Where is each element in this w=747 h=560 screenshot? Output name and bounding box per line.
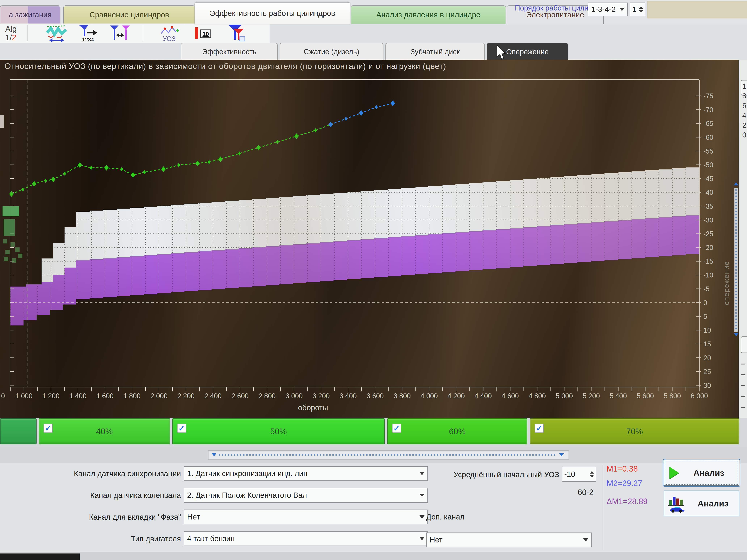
main-tab-label: Эффективность работы цилиндров [210,9,335,18]
spin-down-icon[interactable] [639,10,643,13]
extra-channel-dropdown[interactable]: Нет [426,533,592,547]
svg-text:0: 0 [703,299,707,306]
filter-compare-icon-button[interactable] [224,24,248,42]
scroll-down-icon[interactable] [734,333,739,336]
legend-item-50%[interactable]: ✓50% [172,418,385,445]
svg-text:УОЗ: УОЗ [163,35,176,42]
sub-tab-2[interactable]: Сжатие (дизель) [280,43,383,60]
right-edge-panel: 186420 [739,60,747,418]
legend-label: 50% [173,427,384,436]
scale-10-icon-button[interactable]: 10 [192,24,215,42]
dropdown-value: 2. Датчик Полож Коленчатого Вал [187,491,307,500]
avg-uoz-value: -10 [564,470,575,479]
chart-panel: Относительный УОЗ (по вертикали) в завис… [0,60,747,418]
markers-compare-icon [109,24,132,42]
legend-label: 40% [39,427,170,436]
hscroll-left-icon[interactable] [212,453,216,456]
analyze-run-label: Анализ [679,468,739,478]
measure-3: ΔM1=28.89 [607,497,647,506]
main-tab-2[interactable]: Сравнение цилиндров [63,5,195,24]
uoz-graph-icon-button[interactable]: УОЗ [159,24,183,42]
firing-order-dropdown[interactable]: 1-3-4-2 [588,3,628,16]
svg-text:2 000: 2 000 [150,392,168,400]
svg-text:-35: -35 [703,203,713,210]
svg-text:3 200: 3 200 [312,392,330,400]
legend-item-60%[interactable]: ✓60% [387,418,527,445]
measure-2: M2=29.27 [607,479,642,488]
main-tab-3[interactable]: Эффективность работы цилиндров [195,2,350,24]
edge-tick [741,385,745,386]
edge-tick [741,364,745,365]
chevron-down-icon [419,537,424,540]
svg-text:2 800: 2 800 [258,392,276,400]
svg-text:1 200: 1 200 [42,392,59,400]
form-label-2: Канал датчика коленвала [7,491,181,500]
sub-tab-label: Сжатие (дизель) [304,48,359,56]
form-dropdown-4[interactable]: 4 такт бензин [184,531,428,546]
svg-text:5 800: 5 800 [664,392,681,400]
svg-text:10: 10 [703,326,711,334]
sync-channel-icon-button[interactable]: 1234 [76,24,100,42]
legend-item-40%[interactable]: ✓40% [39,418,170,445]
spinner-arrows[interactable] [639,6,643,13]
spin-up-icon[interactable] [639,6,643,9]
horizontal-scrollbar[interactable] [208,450,569,460]
main-tab-4[interactable]: Анализ давления в цилиндре [351,5,506,24]
titlebar: а зажиганияСравнение цилиндровЭффективно… [0,0,747,24]
avg-uoz-spinner[interactable]: -10 [562,466,596,482]
sync-channel-icon: 1234 [77,24,99,42]
main-tab-label: а зажигания [9,10,52,19]
svg-text:5 000: 5 000 [556,392,573,400]
svg-text:-40: -40 [703,189,713,196]
main-tab-1[interactable]: а зажигания [0,5,60,24]
main-tab-label: Анализ давления в цилиндре [376,10,481,19]
form-dropdown-2[interactable]: 2. Датчик Полож Коленчатого Вал [184,488,428,503]
markers-compare-icon-button[interactable] [109,24,132,42]
sub-tab-label: Опережение [506,48,549,56]
hscroll-right-icon[interactable] [559,453,564,456]
toolbar: Alg1/21234УОЗ10 [0,24,269,44]
svg-text:4 400: 4 400 [475,392,492,400]
waveform-icon [46,24,68,42]
svg-text:-60: -60 [703,134,713,141]
cylinder-value: 1 [632,5,636,14]
toolbar-separator [143,25,143,41]
vertical-scrollbar[interactable] [734,188,738,332]
sub-tab-strip: ЭффективностьСжатие (дизель)Зубчатый дис… [0,43,747,60]
dropdown-value: Нет [187,513,200,521]
bar-chart-car-icon [667,494,687,513]
spin-up-icon[interactable] [590,471,594,474]
spin-down-icon[interactable] [590,475,594,478]
analyze-run-button[interactable]: Анализ [664,460,739,486]
legend-item-70%[interactable]: ✓70% [530,418,739,445]
chevron-down-icon [583,538,588,541]
sub-tab-4[interactable]: Опережение [487,43,568,60]
edge-tick [741,396,745,397]
form-dropdown-3[interactable]: Нет [184,509,428,524]
main-tab-label: Сравнение цилиндров [89,10,169,19]
sub-tab-1[interactable]: Эффективность [181,43,278,60]
svg-text:6 000: 6 000 [691,392,708,400]
edge-tick [741,407,745,408]
svg-text:обороты: обороты [298,403,328,412]
svg-text:-10: -10 [703,271,713,279]
toolbar-separator [27,25,27,41]
scroll-track-dots [736,189,737,330]
app-window: { "header": { "firing_order_label": "Пор… [0,0,747,560]
svg-text:4 800: 4 800 [529,392,546,400]
svg-text:4 600: 4 600 [501,392,519,400]
load-scale-digit: 4 [742,111,746,119]
avg-uoz-arrows[interactable] [590,471,594,478]
legend-item-cut[interactable] [0,418,36,445]
measure-1: M1=0.38 [607,464,638,473]
waveform-icon-button[interactable] [45,24,69,42]
analyze-report-button[interactable]: Анализ [664,490,739,516]
edge-button-bottom[interactable] [741,337,747,353]
alg-mode-icon-button[interactable]: Alg1/2 [3,24,27,42]
scroll-up-icon[interactable] [734,182,739,185]
analyze-report-label: Анализ [687,499,739,508]
svg-text:15: 15 [703,340,711,348]
chart-title: Относительный УОЗ (по вертикали) в завис… [4,61,674,71]
cylinder-spinner[interactable]: 1 [630,3,645,16]
sub-tab-3[interactable]: Зубчатый диск [385,43,485,60]
